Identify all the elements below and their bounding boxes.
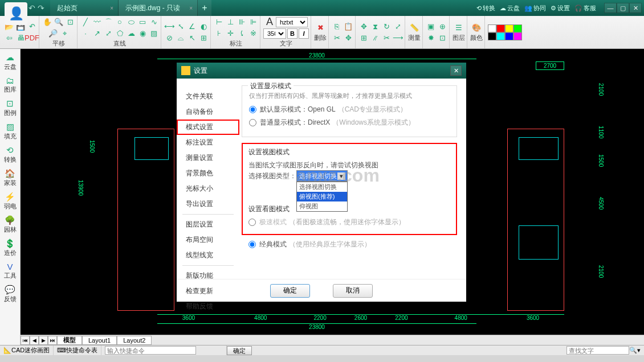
dialog-title-bar[interactable]: 设置 ✕ xyxy=(177,63,466,79)
tab-nav-first[interactable]: ⏮ xyxy=(21,336,30,345)
radio-classic-mode[interactable]: 经典模式（使用经典原生字体显示） xyxy=(248,240,457,249)
back-icon[interactable]: ↶ xyxy=(28,3,35,13)
block-icon[interactable]: ▣ xyxy=(426,22,436,32)
zoom-in-icon[interactable]: 🔍 xyxy=(54,17,64,27)
nav-auto-backup[interactable]: 自动备份 xyxy=(177,104,239,120)
ord-icon[interactable]: ⊦ xyxy=(214,28,224,39)
nav-new-features[interactable]: 新版功能 xyxy=(177,268,239,283)
maximize-button[interactable]: ▢ xyxy=(617,3,629,13)
array-icon[interactable]: ⊞ xyxy=(358,33,369,43)
sidebar-item-library[interactable]: 🗂图库 xyxy=(1,73,19,96)
font-size-combo[interactable]: 350 xyxy=(263,28,286,39)
donut-icon[interactable]: ◉ xyxy=(137,28,148,39)
sidebar-item-feedback[interactable]: 💬反馈 xyxy=(1,282,19,306)
paste-icon[interactable]: 📋 xyxy=(343,22,353,32)
settings-link[interactable]: ⚙ 设置 xyxy=(551,4,570,13)
sidebar-item-convert[interactable]: ⟲转换 xyxy=(1,143,19,166)
minimize-button[interactable]: — xyxy=(604,3,617,13)
extend-icon[interactable]: ⟶ xyxy=(393,33,403,43)
leader-icon[interactable]: ↖ xyxy=(187,33,197,43)
nav-check-update[interactable]: 检查更新 xyxy=(177,283,239,299)
forward-icon[interactable]: ↷ xyxy=(38,3,44,13)
circle-icon[interactable]: ○ xyxy=(115,17,125,27)
service-link[interactable]: 🎧 客服 xyxy=(574,4,596,13)
h-dim-icon[interactable]: ⊢ xyxy=(214,17,224,27)
polygon-icon[interactable]: ⬠ xyxy=(115,28,125,39)
sidebar-item-garden[interactable]: 🌳园林 xyxy=(1,213,19,236)
dropdown-option-selected[interactable]: 俯视图(推荐) xyxy=(297,192,347,201)
dropdown-option[interactable]: 选择视图切换 xyxy=(297,182,347,192)
close-icon[interactable]: × xyxy=(110,5,113,11)
measure-icon[interactable]: 📏 xyxy=(409,23,419,33)
xline-icon[interactable]: ⤢ xyxy=(103,28,113,39)
dim-align-icon[interactable]: ⤡ xyxy=(176,22,186,32)
nav-mode-settings[interactable]: 模式设置 xyxy=(177,120,239,135)
cmd-table-link[interactable]: ⌨ 快捷命令表 xyxy=(54,345,101,355)
hatch-icon[interactable]: ▨ xyxy=(149,28,159,39)
sidebar-item-cloud[interactable]: ☁云盘 xyxy=(1,50,19,73)
tolerance-icon[interactable]: ⊞ xyxy=(198,33,209,43)
cloud-icon[interactable]: ☁ xyxy=(126,28,136,39)
search-icon[interactable]: 🔍 xyxy=(629,347,637,354)
dialog-close-button[interactable]: ✕ xyxy=(450,65,462,76)
sidebar-item-cost[interactable]: 💲造价 xyxy=(1,236,19,260)
sidebar-item-hatch[interactable]: ▨填充 xyxy=(1,120,19,143)
nav-cursor-size[interactable]: 光标大小 xyxy=(177,181,239,196)
view-type-combo[interactable]: 选择视图切换 xyxy=(296,170,348,182)
close-button[interactable]: ✕ xyxy=(629,3,642,13)
sidebar-item-legend[interactable]: ⊡图例 xyxy=(1,96,19,120)
center-icon[interactable]: ✛ xyxy=(225,28,235,39)
collab-link[interactable]: 👥 协同 xyxy=(524,4,546,13)
qdim-icon[interactable]: ※ xyxy=(248,28,258,39)
zoom-fit-icon[interactable]: ⊡ xyxy=(65,17,75,27)
sidebar-item-elec[interactable]: ⚡弱电 xyxy=(1,190,19,213)
search-dropdown-icon[interactable]: ▾ xyxy=(637,347,641,354)
back-icon[interactable]: ⇦ xyxy=(4,33,14,43)
nav-annot-settings[interactable]: 标注设置 xyxy=(177,135,239,150)
baseline-icon[interactable]: ⊫ xyxy=(248,17,258,27)
radio-input[interactable] xyxy=(248,219,256,226)
radio-opengl[interactable]: 默认显示模式：Open GL（CAD专业显示模式） xyxy=(249,105,450,114)
trim-icon[interactable]: ✂ xyxy=(381,33,392,43)
scale-icon[interactable]: ⤢ xyxy=(393,22,403,32)
bold-button[interactable]: B xyxy=(287,28,297,39)
cloud-link[interactable]: ☁ 云盘 xyxy=(500,4,520,13)
tab-nav-last[interactable]: ⏭ xyxy=(48,336,57,345)
dim-angle-icon[interactable]: ∠ xyxy=(187,22,197,32)
radio-input[interactable] xyxy=(248,241,256,248)
color-palette[interactable] xyxy=(488,24,524,40)
offset-icon[interactable]: ⫽ xyxy=(370,33,380,43)
radio-input[interactable] xyxy=(249,119,256,126)
radio-fast-mode[interactable]: 极速模式（看图极速流畅，使用迷你字体显示） xyxy=(248,217,450,227)
explode-icon[interactable]: ✸ xyxy=(426,33,436,43)
font-name-combo[interactable]: hztxt xyxy=(276,17,308,27)
tab-start[interactable]: 起始页 × xyxy=(50,0,119,16)
move2-icon[interactable]: ✥ xyxy=(358,22,369,32)
nav-export-settings[interactable]: 导出设置 xyxy=(177,196,239,212)
insert-icon[interactable]: ⊕ xyxy=(437,22,447,32)
continue-icon[interactable]: ⊪ xyxy=(237,17,247,27)
mleader-icon[interactable]: ⤹ xyxy=(237,28,247,39)
italic-button[interactable]: I xyxy=(299,28,309,39)
tab-document[interactable]: 示例图.dwg - 只读 × xyxy=(119,0,198,16)
nav-help-feedback[interactable]: 帮助反馈 xyxy=(177,299,239,314)
radio-input[interactable] xyxy=(249,106,256,113)
v-dim-icon[interactable]: ⊥ xyxy=(225,17,235,27)
layer-icon[interactable]: ☰ xyxy=(454,23,464,33)
nav-bg-color[interactable]: 背景颜色 xyxy=(177,166,239,181)
nav-layout-space[interactable]: 布局空间 xyxy=(177,232,239,248)
undo-icon[interactable]: ↶ xyxy=(27,22,37,32)
polyline-icon[interactable]: 〰 xyxy=(92,17,102,27)
nav-file-assoc[interactable]: 文件关联 xyxy=(177,89,239,104)
layout-tab-1[interactable]: Layout1 xyxy=(82,336,117,345)
arc-icon[interactable]: ⌒ xyxy=(103,17,113,27)
pdf-icon[interactable]: PDF xyxy=(27,33,37,43)
convert-link[interactable]: ⟲ 转换 xyxy=(476,4,495,13)
close-icon[interactable]: × xyxy=(189,5,193,11)
search-input[interactable] xyxy=(566,346,629,355)
sidebar-item-home[interactable]: 🏠家装 xyxy=(1,166,19,190)
delete-icon[interactable]: ✖ xyxy=(315,23,325,33)
tab-add-button[interactable]: + xyxy=(198,0,211,16)
rotate-icon[interactable]: ↻ xyxy=(381,22,392,32)
copy-icon[interactable]: ⎘ xyxy=(332,22,342,32)
